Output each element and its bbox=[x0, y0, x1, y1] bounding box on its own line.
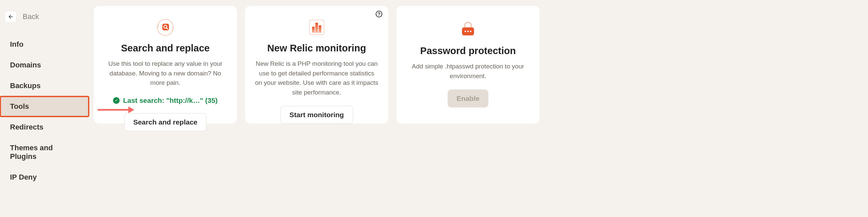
check-circle-icon bbox=[113, 97, 120, 104]
last-search-status: Last search: "http://k…" (35) bbox=[113, 97, 218, 105]
sidebar-item-tools[interactable]: Tools bbox=[0, 96, 89, 117]
enable-button[interactable]: Enable bbox=[448, 89, 489, 108]
last-search-text: Last search: "http://k…" (35) bbox=[123, 97, 218, 105]
monitoring-icon bbox=[307, 18, 326, 37]
help-icon[interactable]: ? bbox=[376, 11, 382, 17]
back-button[interactable] bbox=[5, 11, 17, 23]
search-and-replace-button[interactable]: Search and replace bbox=[124, 113, 207, 131]
card-description: New Relic is a PHP monitoring tool you c… bbox=[255, 59, 378, 97]
back-label: Back bbox=[23, 12, 39, 21]
nav: Info Domains Backups Tools Redirects The… bbox=[0, 34, 89, 188]
lock-icon bbox=[459, 18, 477, 39]
layout: Back Info Domains Backups Tools Redirect… bbox=[0, 0, 868, 217]
card-title: New Relic monitoring bbox=[267, 43, 366, 54]
svg-rect-8 bbox=[319, 25, 321, 33]
svg-point-10 bbox=[465, 31, 466, 32]
card-description: Use this tool to replace any value in yo… bbox=[104, 59, 227, 88]
svg-point-12 bbox=[470, 31, 472, 32]
card-password-protection: Password protection Add simple .htpasswd… bbox=[396, 6, 540, 124]
sidebar-item-backups[interactable]: Backups bbox=[0, 76, 89, 96]
sidebar-item-domains[interactable]: Domains bbox=[0, 55, 89, 76]
sidebar-item-redirects[interactable]: Redirects bbox=[0, 117, 89, 138]
card-search-replace: Search and replace Use this tool to repl… bbox=[94, 6, 237, 124]
search-replace-icon bbox=[156, 18, 175, 37]
start-monitoring-button[interactable]: Start monitoring bbox=[280, 106, 353, 124]
svg-rect-1 bbox=[162, 24, 169, 30]
sidebar-item-ip-deny[interactable]: IP Deny bbox=[0, 167, 89, 188]
svg-rect-6 bbox=[312, 27, 315, 33]
card-description: Add simple .htpasswd protection to your … bbox=[406, 62, 530, 81]
svg-point-11 bbox=[467, 31, 469, 32]
back-row: Back bbox=[0, 6, 89, 34]
card-title: Password protection bbox=[420, 46, 516, 56]
card-title: Search and replace bbox=[121, 43, 210, 54]
card-new-relic: ? New Relic monitoring New Relic i bbox=[245, 6, 388, 124]
arrow-left-icon bbox=[8, 14, 14, 20]
cards-row: Search and replace Use this tool to repl… bbox=[89, 0, 868, 217]
svg-rect-7 bbox=[315, 23, 318, 33]
sidebar: Back Info Domains Backups Tools Redirect… bbox=[0, 0, 89, 217]
callout-arrow-icon bbox=[98, 106, 134, 114]
sidebar-item-info[interactable]: Info bbox=[0, 34, 89, 55]
sidebar-item-themes-plugins[interactable]: Themes and Plugins bbox=[0, 138, 89, 167]
